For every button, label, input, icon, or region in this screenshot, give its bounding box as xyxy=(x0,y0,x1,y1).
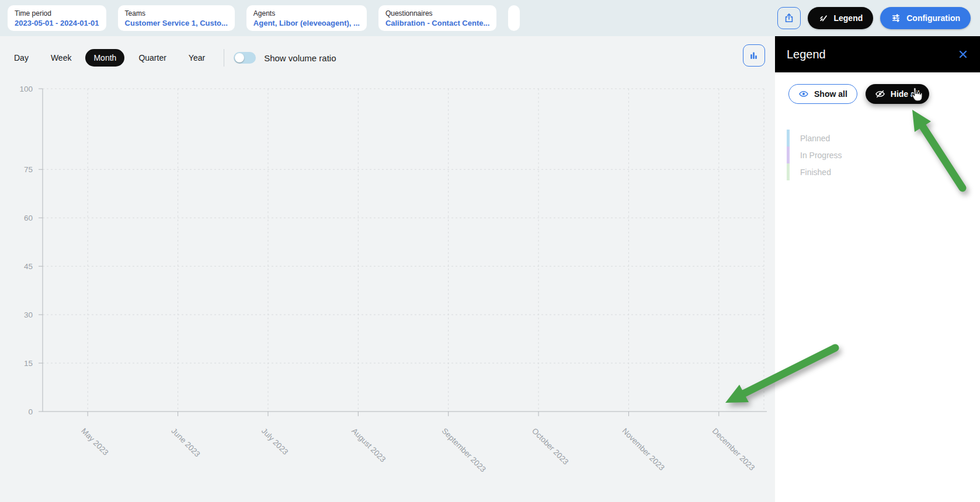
filter-chip-label: Agents xyxy=(253,9,360,18)
upload-icon xyxy=(783,12,795,24)
filter-chip-value: Customer Service 1, Custo... xyxy=(125,19,228,27)
show-all-label: Show all xyxy=(814,89,847,99)
x-axis-label: June 2023 xyxy=(169,427,201,459)
show-volume-ratio-toggle[interactable] xyxy=(234,52,256,64)
filter-chip-time-period[interactable]: Time period 2023-05-01 - 2024-01-01 xyxy=(8,5,106,31)
configuration-button[interactable]: Configuration xyxy=(880,7,971,29)
filter-chip-label: Questionnaires xyxy=(385,9,489,18)
granularity-controls: Day Week Month Quarter Year Show volume … xyxy=(6,49,336,67)
filter-chip-value: 2023-05-01 - 2024-01-01 xyxy=(15,19,99,27)
filter-chip-teams[interactable]: Teams Customer Service 1, Custo... xyxy=(118,5,235,31)
qm-reporting-screen: Time period 2023-05-01 - 2024-01-01 Team… xyxy=(0,0,980,502)
legend-panel-actions: Show all Hide all xyxy=(788,84,980,104)
y-axis-label: 45 xyxy=(24,262,33,271)
legend-panel-title: Legend xyxy=(787,48,826,61)
tab-year[interactable]: Year xyxy=(180,49,213,67)
vertical-divider xyxy=(224,49,224,67)
x-axis-label: July 2023 xyxy=(260,427,290,456)
show-volume-ratio-label: Show volume ratio xyxy=(264,53,336,63)
toggle-knob xyxy=(235,53,244,62)
x-axis-label: May 2023 xyxy=(79,427,110,458)
tab-week[interactable]: Week xyxy=(43,49,80,67)
filter-chip-value: Agent, Libor (eleveoagent), ... xyxy=(253,19,360,27)
x-axis-label: December 2023 xyxy=(711,427,757,473)
legend-item-planned[interactable]: Planned xyxy=(787,130,980,147)
filter-chip-questionnaires[interactable]: Questionnaires Calibration - Contact Cen… xyxy=(378,5,496,31)
toolbar: Legend Configuration xyxy=(777,7,971,29)
close-icon[interactable] xyxy=(958,49,968,60)
filter-chip-label: Time period xyxy=(15,9,99,18)
legend-panel: Legend Show all xyxy=(775,36,980,502)
legend-color-bar xyxy=(787,163,790,180)
export-button[interactable] xyxy=(777,7,801,29)
legend-item-label: Finished xyxy=(800,168,831,177)
filter-bar: Time period 2023-05-01 - 2024-01-01 Team… xyxy=(0,0,980,36)
legend-item-label: Planned xyxy=(800,134,830,143)
hide-all-label: Hide all xyxy=(891,89,920,99)
legend-color-bar xyxy=(787,147,790,163)
filter-chip-empty[interactable] xyxy=(508,5,520,31)
hide-all-button[interactable]: Hide all xyxy=(866,84,929,104)
x-axis-label: November 2023 xyxy=(620,427,666,473)
legend-panel-header: Legend xyxy=(775,36,980,72)
legend-button-label: Legend xyxy=(833,13,863,23)
eye-icon xyxy=(798,90,809,99)
x-axis-label: September 2023 xyxy=(440,427,488,474)
filter-chip-label: Teams xyxy=(125,9,228,18)
filter-chips: Time period 2023-05-01 - 2024-01-01 Team… xyxy=(8,5,520,31)
sliders-icon xyxy=(891,13,901,23)
filter-chip-value: Calibration - Contact Cente... xyxy=(385,19,489,27)
legend-items: Planned In Progress Finished xyxy=(787,130,980,180)
x-axis-label: October 2023 xyxy=(530,427,570,466)
y-axis-label: 75 xyxy=(24,165,33,174)
y-axis-label: 60 xyxy=(24,214,33,222)
tab-quarter[interactable]: Quarter xyxy=(130,49,174,67)
legend-item-in-progress[interactable]: In Progress xyxy=(787,147,980,163)
chart-plot: 01530456075100May 2023June 2023July 2023… xyxy=(0,36,775,502)
x-axis-label: August 2023 xyxy=(350,427,387,464)
legend-item-finished[interactable]: Finished xyxy=(787,163,980,180)
y-axis-label: 30 xyxy=(24,311,33,319)
tab-day[interactable]: Day xyxy=(6,49,37,67)
legend-color-bar xyxy=(787,130,790,147)
legend-item-label: In Progress xyxy=(800,151,842,160)
tab-month[interactable]: Month xyxy=(85,49,124,67)
filter-chip-agents[interactable]: Agents Agent, Libor (eleveoagent), ... xyxy=(246,5,367,31)
chart-type-button[interactable] xyxy=(743,44,765,67)
y-axis-label: 15 xyxy=(24,359,33,368)
bar-chart-icon xyxy=(749,50,759,61)
y-axis-label: 0 xyxy=(28,407,33,416)
legend-strokes-icon xyxy=(818,13,828,23)
chart-area: Day Week Month Quarter Year Show volume … xyxy=(0,36,775,502)
y-axis-label: 100 xyxy=(19,85,33,93)
configuration-button-label: Configuration xyxy=(906,13,960,23)
legend-button[interactable]: Legend xyxy=(808,7,873,29)
eye-off-icon xyxy=(875,90,885,99)
show-all-button[interactable]: Show all xyxy=(788,84,857,104)
